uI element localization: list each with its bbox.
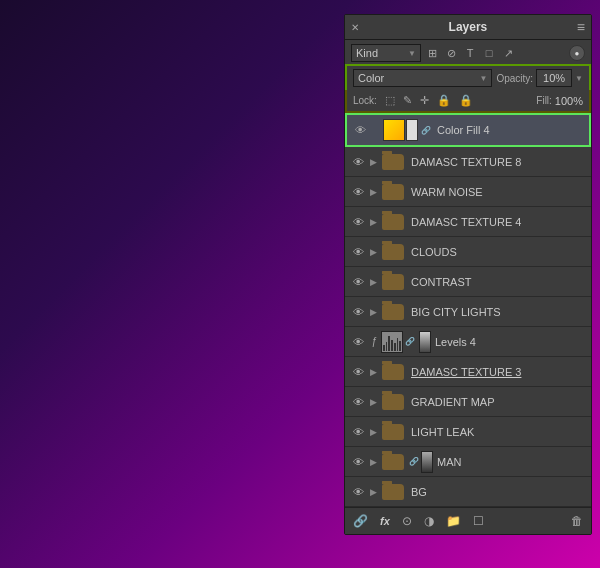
fill-value[interactable]: 100% xyxy=(555,95,583,107)
layer-row-bg[interactable]: 👁▶BG xyxy=(345,477,591,507)
blend-mode-caret: ▼ xyxy=(479,74,487,83)
chevron-icon-damasc-texture-8: ▶ xyxy=(367,153,379,171)
layer-name-damasc-texture-8: DAMASC TEXTURE 8 xyxy=(407,156,587,168)
kind-row: Kind ▼ ⊞ ⊘ T □ ↗ ● xyxy=(345,40,591,64)
opacity-value[interactable]: 10% xyxy=(536,69,572,87)
layer-row-damasc-texture-4[interactable]: 👁▶DAMASC TEXTURE 4 xyxy=(345,207,591,237)
chevron-icon-damasc-texture-3: ▶ xyxy=(367,363,379,381)
kind-select[interactable]: Kind ▼ xyxy=(351,44,421,62)
fill-label: Fill: xyxy=(536,95,552,106)
layer-row-man[interactable]: 👁▶🔗MAN xyxy=(345,447,591,477)
layer-name-contrast: CONTRAST xyxy=(407,276,587,288)
color-fill-mask-thumb xyxy=(406,119,418,141)
visibility-icon-color-fill-4[interactable]: 👁 xyxy=(351,121,369,139)
pixel-filter-icon[interactable]: ⊞ xyxy=(424,45,440,61)
layer-row-contrast[interactable]: 👁▶CONTRAST xyxy=(345,267,591,297)
layer-row-damasc-texture-3[interactable]: 👁▶DAMASC TEXTURE 3 xyxy=(345,357,591,387)
visibility-icon-bg[interactable]: 👁 xyxy=(349,483,367,501)
visibility-icon-damasc-texture-8[interactable]: 👁 xyxy=(349,153,367,171)
lock-pixels-icon[interactable]: ⬚ xyxy=(383,93,397,108)
layer-row-color-fill-4[interactable]: 👁🔗Color Fill 4 xyxy=(345,113,591,147)
adjustment-filter-icon[interactable]: ⊘ xyxy=(443,45,459,61)
layer-thumb-damasc-texture-3 xyxy=(379,361,407,383)
layer-thumb-bg xyxy=(379,481,407,503)
add-mask-icon[interactable]: ⊙ xyxy=(400,512,414,530)
new-layer-icon[interactable]: ☐ xyxy=(471,512,486,530)
layer-name-big-city-lights: BIG CITY LIGHTS xyxy=(407,306,587,318)
layer-row-warm-noise[interactable]: 👁▶WARM NOISE xyxy=(345,177,591,207)
levels-f-icon: ƒ xyxy=(367,333,381,351)
layer-thumb-big-city-lights xyxy=(379,301,407,323)
visibility-icon-warm-noise[interactable]: 👁 xyxy=(349,183,367,201)
type-filter-icon[interactable]: T xyxy=(462,45,478,61)
layer-row-clouds[interactable]: 👁▶CLOUDS xyxy=(345,237,591,267)
chevron-icon-color-fill-4 xyxy=(369,121,381,139)
lock-all-icon[interactable]: 🔒 xyxy=(457,93,475,108)
folder-icon-warm-noise xyxy=(382,184,404,200)
lock-move-icon[interactable]: ✎ xyxy=(401,93,414,108)
smart-filter-icon[interactable]: ↗ xyxy=(500,45,516,61)
folder-icon-big-city-lights xyxy=(382,304,404,320)
layer-thumb-damasc-texture-4 xyxy=(379,211,407,233)
kind-label: Kind xyxy=(356,47,378,59)
layer-name-clouds: CLOUDS xyxy=(407,246,587,258)
chevron-icon-man: ▶ xyxy=(367,453,379,471)
chain-icon-man: 🔗 xyxy=(407,457,421,466)
chevron-icon-warm-noise: ▶ xyxy=(367,183,379,201)
chevron-icon-bg: ▶ xyxy=(367,483,379,501)
chevron-icon-damasc-texture-4: ▶ xyxy=(367,213,379,231)
layer-name-color-fill-4: Color Fill 4 xyxy=(433,124,585,136)
folder-icon-gradient-map xyxy=(382,394,404,410)
layer-name-bg: BG xyxy=(407,486,587,498)
panel-toolbar: 🔗 fx ⊙ ◑ 📁 ☐ 🗑 xyxy=(345,507,591,534)
lock-icons: ⬚ ✎ ✛ 🔒 🔒 xyxy=(383,93,475,108)
chevron-icon-light-leak: ▶ xyxy=(367,423,379,441)
close-icon[interactable]: ✕ xyxy=(351,22,359,33)
visibility-icon-man[interactable]: 👁 xyxy=(349,453,367,471)
shape-filter-icon[interactable]: □ xyxy=(481,45,497,61)
layer-thumb-clouds xyxy=(379,241,407,263)
layer-thumb-gradient-map xyxy=(379,391,407,413)
folder-icon-clouds xyxy=(382,244,404,260)
layer-row-gradient-map[interactable]: 👁▶GRADIENT MAP xyxy=(345,387,591,417)
panel-menu-icon[interactable]: ≡ xyxy=(577,19,585,35)
layer-name-gradient-map: GRADIENT MAP xyxy=(407,396,587,408)
lock-artboard-icon[interactable]: 🔒 xyxy=(435,93,453,108)
layer-name-levels-4: Levels 4 xyxy=(431,336,587,348)
delete-icon[interactable]: 🗑 xyxy=(569,512,585,530)
layer-thumb-warm-noise xyxy=(379,181,407,203)
layer-row-big-city-lights[interactable]: 👁▶BIG CITY LIGHTS xyxy=(345,297,591,327)
fx-icon[interactable]: fx xyxy=(378,513,392,529)
visibility-icon-clouds[interactable]: 👁 xyxy=(349,243,367,261)
filter-toggle[interactable]: ● xyxy=(569,45,585,61)
folder-icon-bg xyxy=(382,484,404,500)
layer-row-levels-4[interactable]: 👁ƒ🔗Levels 4 xyxy=(345,327,591,357)
lock-transform-icon[interactable]: ✛ xyxy=(418,93,431,108)
visibility-icon-damasc-texture-3[interactable]: 👁 xyxy=(349,363,367,381)
layer-name-man: MAN xyxy=(433,456,587,468)
levels-mask-thumb xyxy=(419,331,431,353)
layer-row-light-leak[interactable]: 👁▶LIGHT LEAK xyxy=(345,417,591,447)
visibility-icon-light-leak[interactable]: 👁 xyxy=(349,423,367,441)
layer-thumb-levels-4 xyxy=(381,331,403,353)
panel-title: Layers xyxy=(449,20,488,34)
opacity-caret: ▼ xyxy=(575,74,583,83)
opacity-label: Opacity: xyxy=(496,73,533,84)
visibility-icon-damasc-texture-4[interactable]: 👁 xyxy=(349,213,367,231)
folder-icon-light-leak xyxy=(382,424,404,440)
chevron-icon-big-city-lights: ▶ xyxy=(367,303,379,321)
layer-row-damasc-texture-8[interactable]: 👁▶DAMASC TEXTURE 8 xyxy=(345,147,591,177)
visibility-icon-big-city-lights[interactable]: 👁 xyxy=(349,303,367,321)
visibility-icon-levels-4[interactable]: 👁 xyxy=(349,333,367,351)
new-group-icon[interactable]: 📁 xyxy=(444,512,463,530)
visibility-icon-gradient-map[interactable]: 👁 xyxy=(349,393,367,411)
visibility-icon-contrast[interactable]: 👁 xyxy=(349,273,367,291)
adjustment-icon[interactable]: ◑ xyxy=(422,512,436,530)
fill-section: Fill: 100% xyxy=(536,95,583,107)
blend-mode-select[interactable]: Color ▼ xyxy=(353,69,492,87)
link-layers-icon[interactable]: 🔗 xyxy=(351,512,370,530)
folder-icon-damasc-texture-8 xyxy=(382,154,404,170)
chain-icon-levels-4: 🔗 xyxy=(403,337,417,346)
chevron-icon-gradient-map: ▶ xyxy=(367,393,379,411)
layers-panel: ✕ Layers ≡ Kind ▼ ⊞ ⊘ T □ ↗ ● Color ▼ Op… xyxy=(344,14,592,535)
